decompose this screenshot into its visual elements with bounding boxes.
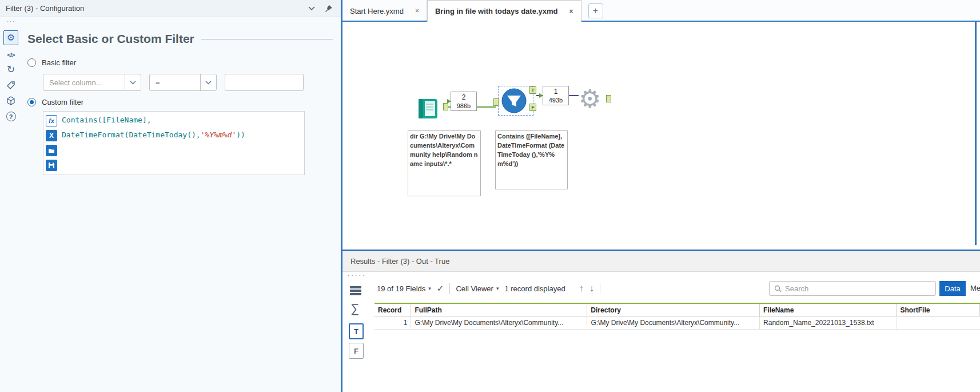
scroll-up-button[interactable]: ↑ (579, 283, 584, 294)
alteryx-designer-window: Filter (3) - Configuration ··· ⚙ </> (0, 0, 980, 392)
toolbar-divider (449, 283, 450, 294)
cube-icon (6, 96, 15, 105)
workflow-tab-bar: Start Here.yxmd × Bring in file with tod… (342, 0, 980, 22)
variables-button[interactable]: X (46, 130, 57, 141)
cell-filename[interactable]: Random_Name_20221013_1538.txt (760, 316, 897, 330)
directory-output-anchor[interactable] (443, 103, 448, 110)
table-row[interactable]: 1 G:\My Drive\My Documents\Alteryx\Commu… (375, 316, 980, 330)
filter-true-anchor[interactable]: T (529, 86, 536, 94)
workflow-canvas-panel: Start Here.yxmd × Bring in file with tod… (342, 0, 980, 250)
configuration-panel: Filter (3) - Configuration ··· ⚙ </> (0, 0, 341, 392)
connection-label-2[interactable]: 1 493b (543, 86, 569, 105)
operator-select-chevron[interactable] (200, 74, 216, 90)
new-tab-button[interactable]: + (588, 3, 603, 18)
search-field[interactable] (769, 281, 936, 296)
filter-tool-icon (501, 88, 527, 113)
cell-shortfile[interactable] (897, 316, 980, 330)
filter-annotation[interactable]: Contains ([FileName], DateTimeFormat (Da… (495, 130, 568, 189)
configuration-content: Select Basic or Custom Filter Basic filt… (27, 17, 336, 392)
metadata-button-label: Met (970, 284, 980, 292)
results-body: ····· ∑ T F 19 of 19 Fields (342, 272, 980, 392)
cell-fullpath[interactable]: G:\My Drive\My Documents\Alteryx\Communi… (411, 316, 587, 330)
anchor-label: T (532, 88, 535, 93)
custom-filter-radio[interactable] (27, 98, 36, 106)
cell-directory[interactable]: G:\My Drive\My Documents\Alteryx\Communi… (587, 316, 760, 330)
browse-tool[interactable]: ⚙ (579, 86, 605, 112)
variable-x-icon: X (49, 132, 54, 140)
results-table: Record FullPath Directory FileName Short… (375, 303, 980, 330)
fields-dropdown[interactable]: 19 of 19 Fields ▾ (377, 284, 431, 293)
column-select-chevron[interactable] (125, 74, 141, 90)
close-icon[interactable]: × (569, 8, 573, 15)
pin-panel-button[interactable] (322, 2, 335, 15)
canvas-scrollbar[interactable] (975, 22, 977, 245)
configuration-icon-strip: ··· ⚙ </> ↻ (0, 17, 22, 392)
row-height-button[interactable] (349, 286, 362, 298)
collapse-panel-button[interactable] (305, 2, 318, 15)
record-count-label: 1 (543, 88, 568, 96)
filter-false-anchor[interactable]: F (529, 104, 536, 111)
refresh-tab-button[interactable]: ↻ (7, 65, 15, 74)
cell-record[interactable]: 1 (375, 316, 411, 330)
summary-button[interactable]: ∑ (350, 302, 359, 315)
scroll-down-button[interactable]: ↓ (589, 283, 594, 294)
column-header-shortfile[interactable]: ShortFile (897, 304, 980, 316)
wire-arrow-icon (539, 93, 543, 98)
help-icon: ? (6, 112, 16, 121)
section-title-row: Select Basic or Custom Filter (27, 32, 336, 46)
metadata-view-button[interactable]: Met (970, 284, 980, 292)
column-header-directory[interactable]: Directory (587, 304, 760, 316)
drag-grip-icon[interactable]: ····· (347, 272, 366, 278)
cell-viewer-dropdown[interactable]: Cell Viewer ▾ (456, 284, 499, 293)
apply-button[interactable]: ✓ (437, 283, 444, 294)
column-header-record[interactable]: Record (375, 304, 411, 316)
filter-value-input[interactable] (225, 74, 304, 91)
basic-filter-radio[interactable] (27, 58, 36, 67)
directory-tool[interactable] (416, 96, 442, 122)
directory-annotation[interactable]: dir G:\My Drive\My Documents\Alteryx\Com… (408, 130, 481, 196)
configuration-tab-button[interactable]: ⚙ (3, 30, 18, 45)
expression-tab-button[interactable]: </> (7, 52, 15, 58)
search-icon (774, 285, 782, 292)
column-header-fullpath[interactable]: FullPath (411, 304, 587, 316)
tab-start-here[interactable]: Start Here.yxmd × (342, 0, 427, 22)
annotation-tab-button[interactable] (6, 81, 15, 90)
filter-tool[interactable] (501, 88, 527, 113)
data-view-button[interactable]: Data (939, 281, 966, 296)
column-select-placeholder: Select column... (43, 78, 125, 87)
page-title: Select Basic or Custom Filter (27, 32, 194, 46)
close-icon[interactable]: × (415, 7, 419, 14)
sync-icon: ↻ (7, 65, 15, 74)
search-input[interactable] (785, 284, 931, 293)
operator-select[interactable]: = (149, 74, 217, 91)
data-button-label: Data (945, 284, 960, 293)
selected-tab-box: ⚙ (3, 30, 18, 45)
expression-code-line1: Contains([FileName], (62, 113, 302, 128)
down-arrow-icon: ↓ (589, 283, 594, 293)
data-size-label: 493b (543, 96, 568, 104)
help-tab-button[interactable]: ? (6, 112, 16, 121)
container-tab-button[interactable] (6, 96, 15, 105)
record-count-text: 1 record displayed (504, 284, 565, 293)
tab-bring-in-file[interactable]: Bring in file with todays date.yxmd × (427, 0, 581, 22)
operator-value: = (150, 78, 200, 87)
tab-label: Bring in file with todays date.yxmd (435, 7, 558, 15)
column-select[interactable]: Select column... (43, 74, 141, 91)
expression-code[interactable]: Contains([FileName], DateTimeFormat(Date… (62, 113, 302, 173)
column-header-filename[interactable]: FileName (760, 304, 897, 316)
browse-output-anchor[interactable] (606, 95, 611, 102)
true-output-toggle[interactable]: T (349, 323, 364, 339)
open-expression-button[interactable] (46, 145, 57, 156)
save-expression-button[interactable] (46, 160, 57, 171)
false-output-toggle[interactable]: F (349, 343, 364, 359)
expression-editor[interactable]: fx X Contains([FileName], (43, 111, 305, 175)
chevron-down-icon (205, 81, 212, 85)
connection-label-1[interactable]: 2 986b (451, 92, 477, 111)
workflow-canvas[interactable]: 2 986b T F 1 493b ⚙ (342, 22, 980, 248)
functions-button[interactable]: fx (46, 115, 57, 126)
chevron-down-icon (308, 6, 315, 11)
filter-input-anchor[interactable] (493, 98, 499, 106)
expression-code-line2: DateTimeFormat(DateTimeToday(),'%Y%m%d')… (62, 128, 302, 142)
chevron-down-icon (130, 81, 136, 85)
check-icon: ✓ (437, 283, 444, 293)
